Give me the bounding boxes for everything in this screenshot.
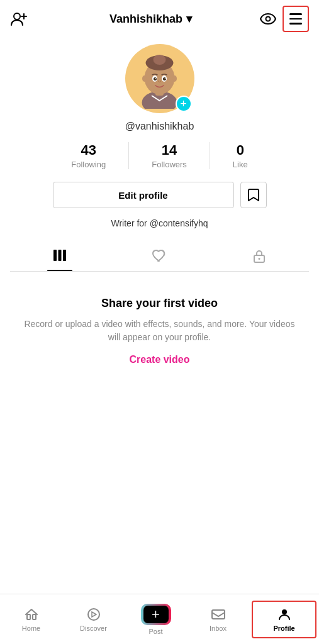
add-user-icon[interactable] <box>10 10 28 28</box>
likes-count: 0 <box>237 142 244 158</box>
grid-icon <box>53 249 67 263</box>
svg-point-8 <box>154 55 166 65</box>
empty-state-title: Share your first video <box>101 297 218 310</box>
svg-rect-18 <box>59 250 62 261</box>
eye-icon[interactable] <box>260 13 276 25</box>
nav-inbox[interactable]: Inbox <box>187 602 249 637</box>
chevron-down-icon: ▾ <box>186 12 192 26</box>
nav-post[interactable]: + Post <box>125 599 187 640</box>
tab-grid[interactable] <box>10 241 109 271</box>
svg-point-21 <box>258 258 260 260</box>
discover-icon <box>86 607 101 622</box>
likes-stat[interactable]: 0 Like <box>210 142 271 169</box>
add-to-profile-button[interactable]: + <box>176 96 192 112</box>
followers-stat[interactable]: 14 Followers <box>129 142 210 169</box>
home-label: Home <box>22 625 40 632</box>
menu-button[interactable] <box>283 6 309 32</box>
menu-line-3 <box>289 23 302 25</box>
header-right <box>260 6 309 32</box>
lock-icon <box>253 249 266 263</box>
nav-discover[interactable]: Discover <box>62 602 125 637</box>
avatar-container: + <box>125 44 194 113</box>
discover-label: Discover <box>80 625 107 632</box>
header-left <box>10 10 42 28</box>
svg-point-12 <box>163 77 166 80</box>
followers-count: 14 <box>162 142 177 158</box>
inbox-icon <box>211 607 226 622</box>
bookmark-button[interactable] <box>240 182 267 208</box>
post-label: Post <box>148 628 162 635</box>
svg-point-0 <box>14 13 20 19</box>
followers-label: Followers <box>152 160 187 169</box>
profile-icon <box>277 607 292 622</box>
header-title-group[interactable]: Vanhishikhab ▾ <box>109 12 192 26</box>
tab-liked[interactable] <box>109 241 209 271</box>
svg-rect-17 <box>53 250 57 261</box>
stats-row: 43 Following 14 Followers 0 Like <box>10 142 309 169</box>
profile-section: + @vanhishikhab 43 Following 14 Follower… <box>0 38 319 272</box>
svg-point-13 <box>155 77 157 79</box>
bottom-nav: Home Discover + Post Inbox Profile <box>0 594 319 644</box>
tabs-row <box>10 241 309 272</box>
svg-point-16 <box>172 75 177 82</box>
profile-name: Vanhishikhab <box>109 13 182 26</box>
svg-point-24 <box>88 609 99 620</box>
header: Vanhishikhab ▾ <box>0 0 319 38</box>
svg-point-3 <box>266 17 270 21</box>
post-plus-icon: + <box>152 608 160 621</box>
svg-rect-23 <box>33 614 36 619</box>
svg-point-27 <box>282 609 287 614</box>
empty-state-description: Record or upload a video with effects, s… <box>19 318 300 344</box>
action-row: Edit profile <box>53 182 267 208</box>
post-button-inner: + <box>143 606 169 623</box>
svg-point-11 <box>154 77 157 80</box>
nav-home[interactable]: Home <box>0 602 62 637</box>
following-label: Following <box>71 160 106 169</box>
svg-point-15 <box>142 75 147 82</box>
edit-profile-button[interactable]: Edit profile <box>53 182 234 208</box>
nav-profile[interactable]: Profile <box>252 601 316 638</box>
likes-label: Like <box>233 160 248 169</box>
bookmark-icon <box>247 188 260 202</box>
svg-point-14 <box>165 77 166 79</box>
following-stat[interactable]: 43 Following <box>48 142 129 169</box>
menu-line-1 <box>289 13 302 15</box>
create-video-link[interactable]: Create video <box>129 354 189 365</box>
post-button[interactable]: + <box>141 604 171 625</box>
bio-text: Writer for @contensifyhq <box>111 218 208 228</box>
menu-line-2 <box>289 18 302 20</box>
username-label: @vanhishikhab <box>125 121 194 132</box>
svg-rect-19 <box>63 250 66 261</box>
following-count: 43 <box>81 142 96 158</box>
liked-icon <box>152 249 167 263</box>
inbox-label: Inbox <box>210 625 227 632</box>
empty-state: Share your first video Record or upload … <box>0 272 319 378</box>
svg-rect-22 <box>27 614 30 619</box>
svg-marker-25 <box>92 612 96 617</box>
tab-private[interactable] <box>210 241 309 271</box>
home-icon <box>24 607 39 622</box>
svg-rect-26 <box>212 610 225 619</box>
profile-label: Profile <box>273 625 294 632</box>
